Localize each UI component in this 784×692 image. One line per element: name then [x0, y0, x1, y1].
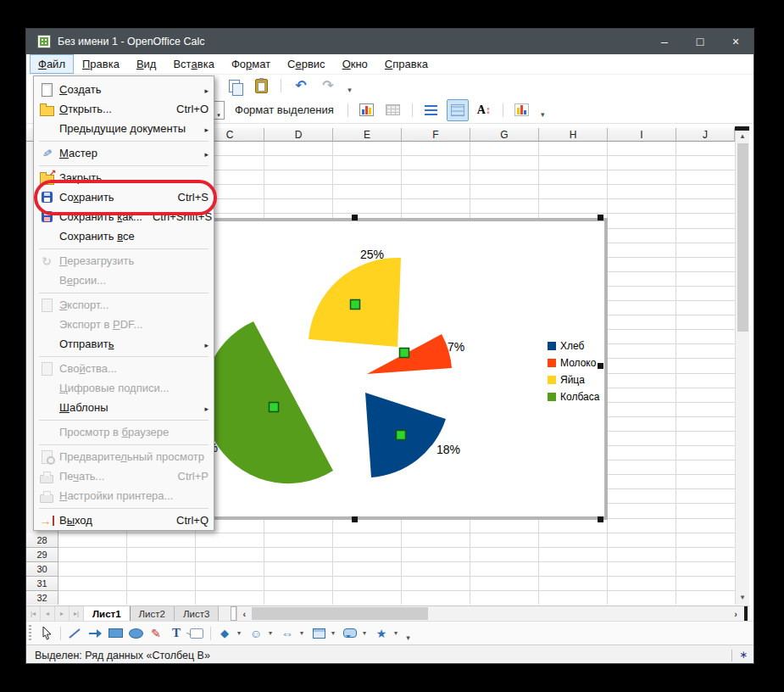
menubar-item-insert[interactable]: Вставка: [164, 54, 222, 74]
menubar-item-view[interactable]: Вид: [128, 54, 165, 74]
ellipse-tool-button[interactable]: [126, 623, 145, 644]
page-gray-icon: [37, 298, 56, 313]
row-header-30[interactable]: 30: [26, 562, 58, 577]
chart-type-button[interactable]: [356, 99, 378, 121]
block-arrows-tool-button[interactable]: ⇔: [278, 623, 297, 644]
legend-item-яйца[interactable]: Яйца: [548, 371, 599, 388]
menu-item-templates[interactable]: Шаблоны▸: [34, 398, 214, 417]
basic-shapes-tool-button[interactable]: ◆: [215, 623, 234, 644]
document-modified-icon: ∗: [739, 649, 748, 661]
menu-item-wizards[interactable]: ✎Мастер▸: [34, 143, 214, 163]
drawing-toolbar: ✎T◆▾☺▾⇔▾▾▾★▾ ▾: [26, 621, 754, 645]
horizontal-pane-splitter[interactable]: [744, 606, 748, 621]
legend-item-хлеб[interactable]: Хлеб: [548, 338, 599, 354]
text-tool-button[interactable]: T: [167, 623, 186, 644]
column-header-D[interactable]: D: [264, 128, 333, 142]
toolbar-overflow-button[interactable]: ▾: [537, 100, 548, 120]
menubar-item-tools[interactable]: Сервис: [279, 54, 334, 74]
redo-button[interactable]: ↷: [317, 75, 339, 97]
toolbar-overflow-button[interactable]: ▾: [403, 623, 414, 644]
menu-item-open[interactable]: Открыть...Ctrl+O: [34, 99, 214, 119]
menu-item-save-all[interactable]: Сохранить все: [34, 226, 214, 246]
chart-data-table-button[interactable]: [382, 99, 404, 121]
resize-handle[interactable]: [598, 516, 603, 522]
basic-shapes-dropdown-arrow[interactable]: ▾: [235, 629, 243, 637]
column-header-G[interactable]: G: [470, 128, 539, 142]
legend-toggle-button[interactable]: [447, 99, 469, 121]
scroll-right-arrow[interactable]: ›: [729, 606, 742, 621]
tab-nav-button-1[interactable]: ◂: [41, 606, 55, 621]
legend-item-молоко[interactable]: Молоко: [548, 354, 599, 371]
horizontal-scroll-thumb[interactable]: [252, 607, 428, 620]
rectangle-tool-button[interactable]: [106, 623, 125, 644]
menubar-item-format[interactable]: Формат: [223, 54, 279, 74]
tab-nav-button-0[interactable]: |◂: [26, 606, 41, 621]
row-header-29[interactable]: 29: [26, 548, 58, 562]
legend-item-колбаса[interactable]: Колбаса: [548, 388, 599, 405]
minimize-button[interactable]: –: [647, 29, 682, 54]
callout-line-tool-button[interactable]: [187, 623, 206, 644]
resize-handle[interactable]: [598, 215, 603, 220]
stars-dropdown-arrow[interactable]: ▾: [392, 629, 400, 637]
scroll-down-arrow[interactable]: ▾: [736, 589, 749, 604]
resize-handle[interactable]: [352, 516, 358, 522]
arrow-tool-button[interactable]: [86, 623, 104, 644]
pie-slice-sausage[interactable]: [203, 321, 333, 483]
flowchart-dropdown-arrow[interactable]: ▾: [329, 629, 337, 637]
column-header-I[interactable]: I: [608, 128, 676, 142]
menu-item-send[interactable]: Отправить▸: [34, 334, 214, 354]
block-arrows-dropdown-arrow[interactable]: ▾: [297, 629, 306, 637]
vertical-scroll-thumb[interactable]: [737, 143, 748, 332]
vertical-pane-splitter[interactable]: [735, 126, 749, 131]
menubar-item-window[interactable]: Окно: [334, 54, 376, 74]
paste-button[interactable]: [250, 75, 272, 97]
vertical-scrollbar[interactable]: ▴ ▾: [735, 128, 749, 605]
menubar-item-file[interactable]: Файл: [30, 54, 74, 74]
pie-label-яйца: 25%: [360, 248, 384, 261]
format-selection-button[interactable]: Формат выделения: [229, 99, 340, 121]
toolbar-grip[interactable]: [29, 625, 31, 642]
horizontal-scrollbar[interactable]: ‹ ›: [236, 606, 749, 621]
resize-handle[interactable]: [598, 363, 603, 369]
copy-button[interactable]: [223, 75, 245, 97]
sheet-tab-лист2[interactable]: Лист2: [131, 606, 175, 621]
file-menu: Создать▸Открыть...Ctrl+OПредыдущие докум…: [33, 75, 214, 531]
flowchart-tool-button[interactable]: [309, 623, 328, 644]
window-title: Без имени 1 - OpenOffice Calc: [58, 36, 205, 47]
menu-item-recent-documents[interactable]: Предыдущие документы▸: [34, 119, 214, 138]
menubar-item-edit[interactable]: Правка: [74, 54, 128, 74]
menu-item-new[interactable]: Создать▸: [34, 80, 214, 99]
grids-button[interactable]: [420, 99, 442, 121]
scroll-left-arrow[interactable]: ‹: [237, 606, 251, 621]
select-tool-button[interactable]: [37, 623, 56, 644]
menu-item-exit[interactable]: →ВыходCtrl+Q: [34, 511, 214, 530]
row-header-31[interactable]: 31: [26, 577, 58, 591]
column-header-J[interactable]: J: [676, 128, 735, 142]
tab-splitter[interactable]: [231, 606, 236, 621]
text-scaling-button[interactable]: A↕: [473, 99, 495, 121]
chart-data-button[interactable]: [511, 99, 533, 121]
resize-handle[interactable]: [352, 215, 358, 220]
callouts-tool-button[interactable]: [341, 623, 359, 644]
column-header-E[interactable]: E: [333, 128, 402, 142]
column-header-F[interactable]: F: [402, 128, 470, 142]
menubar-item-help[interactable]: Справка: [376, 54, 436, 74]
maximize-button[interactable]: □: [682, 29, 718, 54]
freeform-tool-button[interactable]: ✎: [147, 623, 165, 644]
undo-button[interactable]: ↶: [290, 75, 312, 97]
toolbar-overflow-button[interactable]: ▾: [344, 75, 355, 96]
tab-nav-button-3[interactable]: ▸|: [70, 606, 84, 621]
combo-box-edge[interactable]: ▾: [213, 101, 225, 120]
sheet-tab-лист3[interactable]: Лист3: [175, 606, 219, 621]
callouts-dropdown-arrow[interactable]: ▾: [360, 629, 369, 637]
symbol-shapes-dropdown-arrow[interactable]: ▾: [266, 629, 275, 637]
symbol-shapes-tool-button[interactable]: ☺: [247, 623, 265, 644]
row-header-32[interactable]: 32: [26, 591, 58, 605]
close-button[interactable]: ×: [718, 29, 753, 54]
stars-tool-button[interactable]: ★: [372, 623, 391, 644]
row-header-28[interactable]: 28: [26, 533, 58, 548]
tab-nav-button-2[interactable]: ▸: [55, 606, 70, 621]
line-tool-button[interactable]: [65, 623, 84, 644]
column-header-H[interactable]: H: [539, 128, 608, 142]
sheet-tab-лист1[interactable]: Лист1: [84, 606, 131, 621]
